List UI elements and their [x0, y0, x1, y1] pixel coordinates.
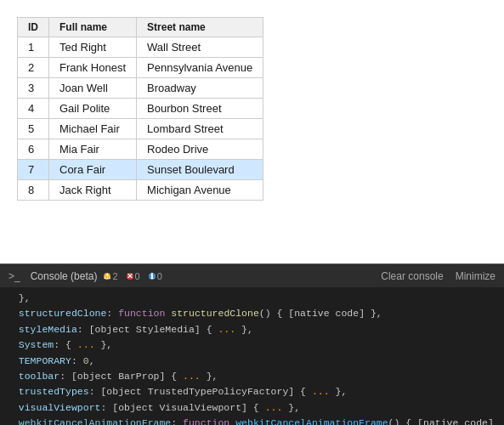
cell-fullname: Gail Polite — [49, 99, 137, 119]
cell-fullname: Mia Fair — [49, 139, 137, 160]
cell-street: Pennsylvania Avenue — [137, 58, 263, 78]
console-panel: >_ Console (beta) ⚠ 2 ✕ 0 ℹ 0 Clear cons… — [0, 264, 504, 425]
warning-dot: ⚠ — [104, 273, 110, 280]
table-row[interactable]: 1Ted RightWall Street — [18, 37, 263, 58]
cell-fullname: Jack Right — [49, 180, 137, 201]
code-line: toolbar: [object BarProp] { ... }, — [7, 369, 497, 384]
cell-id: 3 — [18, 78, 49, 99]
console-badges: ⚠ 2 ✕ 0 ℹ 0 — [104, 271, 161, 281]
code-line: structuredClone: function structuredClon… — [7, 306, 497, 321]
code-line: }, — [7, 291, 497, 306]
code-line: styleMedia: [object StyleMedia] { ... }, — [7, 322, 497, 337]
table-row[interactable]: 4Gail PoliteBourbon Street — [18, 99, 263, 119]
cell-street: Sunset Boulevard — [137, 160, 263, 180]
warning-count: 2 — [112, 271, 117, 281]
cell-id: 8 — [18, 180, 49, 201]
cell-street: Broadway — [137, 78, 263, 99]
cell-id: 6 — [18, 139, 49, 160]
error-dot: ✕ — [127, 273, 133, 280]
cell-fullname: Cora Fair — [49, 160, 137, 180]
cell-fullname: Frank Honest — [49, 58, 137, 78]
cell-fullname: Joan Well — [49, 78, 137, 99]
code-line: trustedTypes: [object TrustedTypePolicyF… — [7, 384, 497, 400]
console-prompt-icon: >_ — [8, 270, 20, 282]
cell-street: Bourbon Street — [137, 99, 263, 119]
code-line: webkitCancelAnimationFrame: function web… — [7, 416, 497, 425]
code-line: visualViewport: [object VisualViewport] … — [7, 400, 497, 416]
badge-warning: ⚠ 2 — [104, 271, 117, 281]
table-row[interactable]: 6Mia FairRodeo Drive — [18, 139, 263, 160]
data-table: ID Full name Street name 1Ted RightWall … — [17, 17, 263, 201]
badge-info: ℹ 0 — [149, 271, 162, 281]
table-header-row: ID Full name Street name — [18, 18, 263, 37]
cell-fullname: Ted Right — [49, 37, 137, 58]
clear-console-button[interactable]: Clear console — [381, 270, 443, 282]
cell-street: Lombard Street — [137, 119, 263, 139]
console-header-right: Clear console Minimize — [381, 270, 496, 282]
code-line: System: { ... }, — [7, 337, 497, 353]
cell-id: 1 — [18, 37, 49, 58]
console-title: Console (beta) — [31, 270, 98, 282]
code-line: TEMPORARY: 0, — [7, 354, 497, 369]
info-dot: ℹ — [149, 273, 156, 280]
cell-street: Wall Street — [137, 37, 263, 58]
console-header: >_ Console (beta) ⚠ 2 ✕ 0 ℹ 0 Clear cons… — [0, 264, 504, 287]
cell-id: 5 — [18, 119, 49, 139]
console-header-left: >_ Console (beta) ⚠ 2 ✕ 0 ℹ 0 — [8, 270, 381, 282]
minimize-button[interactable]: Minimize — [456, 270, 496, 282]
cell-id: 7 — [18, 160, 49, 180]
cell-street: Michigan Avenue — [137, 180, 263, 201]
table-row[interactable]: 5Michael FairLombard Street — [18, 119, 263, 139]
info-count: 0 — [157, 271, 162, 281]
col-header-fullname: Full name — [49, 18, 137, 37]
cell-id: 4 — [18, 99, 49, 119]
cell-fullname: Michael Fair — [49, 119, 137, 139]
main-content-area: ID Full name Street name 1Ted RightWall … — [0, 0, 504, 264]
col-header-id: ID — [18, 18, 49, 37]
error-count: 0 — [135, 271, 140, 281]
cell-street: Rodeo Drive — [137, 139, 263, 160]
table-row[interactable]: 8Jack RightMichigan Avenue — [18, 180, 263, 201]
table-row[interactable]: 7Cora FairSunset Boulevard — [18, 160, 263, 180]
table-row[interactable]: 3Joan WellBroadway — [18, 78, 263, 99]
table-row[interactable]: 2Frank HonestPennsylvania Avenue — [18, 58, 263, 78]
badge-error: ✕ 0 — [127, 271, 140, 281]
console-body: }, structuredClone: function structuredC… — [0, 287, 504, 425]
col-header-street: Street name — [137, 18, 263, 37]
cell-id: 2 — [18, 58, 49, 78]
